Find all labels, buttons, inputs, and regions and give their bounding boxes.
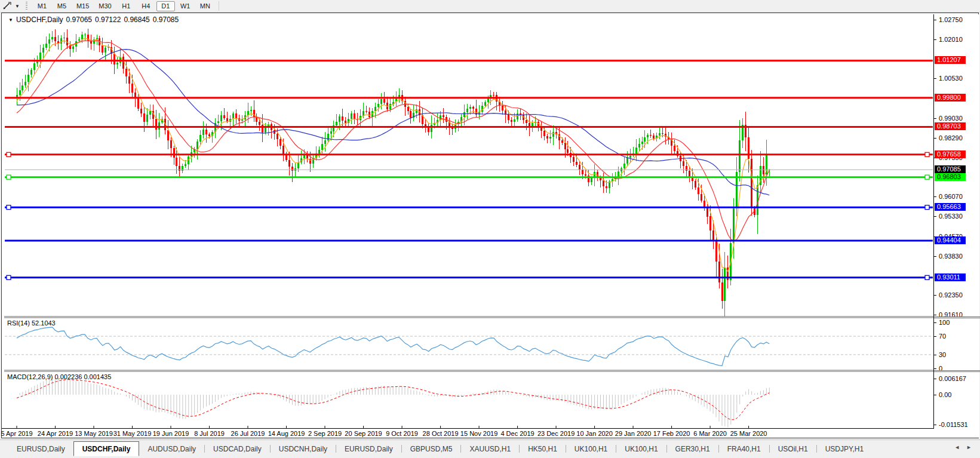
timeframe-button-h1[interactable]: H1 xyxy=(117,1,136,11)
date-axis-label: 5 Apr 2019 xyxy=(1,430,32,437)
axis-tick-mark xyxy=(934,425,936,425)
tab-hk50-h1[interactable]: HK50,H1 xyxy=(520,442,566,455)
axis-tick-mark xyxy=(934,39,936,40)
timeframe-button-h4[interactable]: H4 xyxy=(137,1,155,11)
axis-tick-mark xyxy=(934,395,936,395)
toolbar-separator xyxy=(219,1,219,11)
axis-tick-label: 0.99030 xyxy=(939,115,963,122)
date-axis-label: 13 May 2019 xyxy=(75,430,113,437)
axis-tick-label: 1.00530 xyxy=(939,75,963,82)
chart-symbol-label: USDCHF,Daily xyxy=(16,16,63,24)
price-scale[interactable]: 1.027501.020101.005300.990300.982900.975… xyxy=(933,14,979,429)
date-axis-label: 19 Jun 2019 xyxy=(153,430,189,437)
time-scale[interactable]: 5 Apr 201924 Apr 201913 May 201931 May 2… xyxy=(2,428,979,438)
date-axis-label: 29 Jan 2020 xyxy=(615,430,652,437)
chevron-down-icon: ▼ xyxy=(15,4,20,9)
level-price-flag: 0.95663 xyxy=(935,203,966,211)
rsi-label: RSI(14) 52.1043 xyxy=(7,319,56,327)
ohlc-open: 0.97065 xyxy=(66,16,92,24)
date-axis-label: 15 Nov 2019 xyxy=(460,430,497,437)
tab-fra40-h1[interactable]: FRA40,H1 xyxy=(719,442,769,455)
date-axis-label: 31 May 2019 xyxy=(113,430,152,437)
axis-tick-mark xyxy=(934,196,936,197)
axis-tick-label: 1.02010 xyxy=(939,36,963,43)
tab-usdcnh-daily[interactable]: USDCNH,Daily xyxy=(271,442,336,455)
current-price-flag: 0.97085 xyxy=(935,165,966,173)
tab-ger30-h1[interactable]: GER30,H1 xyxy=(667,442,718,455)
date-axis-label: 25 Mar 2020 xyxy=(730,430,767,437)
axis-tick-mark xyxy=(934,355,936,355)
tab-usdjpy-h1[interactable]: USDJPY,H1 xyxy=(817,442,872,455)
scroll-left-arrow-icon[interactable]: ◄ xyxy=(954,444,960,450)
date-axis-label: 6 Mar 2020 xyxy=(693,430,727,437)
rsi-value: 52.1043 xyxy=(32,319,56,327)
timeframe-button-w1[interactable]: W1 xyxy=(176,1,195,11)
level-price-flag: 0.98703 xyxy=(935,122,966,130)
date-axis-label: 4 Dec 2019 xyxy=(500,430,534,437)
axis-tick-label: 0.95330 xyxy=(939,213,963,220)
tab-uk100-h1[interactable]: UK100,H1 xyxy=(616,442,666,455)
axis-tick-mark xyxy=(934,322,936,323)
tab-xauusd-h1[interactable]: XAUUSD,H1 xyxy=(461,442,519,455)
timeframe-button-m15[interactable]: M15 xyxy=(72,1,93,11)
axis-tick-mark xyxy=(934,368,936,369)
macd-label: MACD(12,26,9) 0.002236 0.001435 xyxy=(7,373,111,380)
axis-tick-label: 100 xyxy=(939,319,950,326)
level-price-flag: 0.96803 xyxy=(935,173,966,181)
axis-tick-mark xyxy=(934,336,936,337)
axis-tick-mark xyxy=(934,20,936,20)
ohlc-high: 0.97122 xyxy=(95,16,121,24)
date-axis-label: 28 Oct 2019 xyxy=(423,430,459,437)
tab-eurusd-daily[interactable]: EURUSD,Daily xyxy=(336,442,401,455)
axis-tick-mark xyxy=(934,216,936,217)
axis-tick-mark xyxy=(934,315,936,315)
level-price-flag: 1.01207 xyxy=(935,56,966,64)
date-axis-label: 23 Dec 2019 xyxy=(537,430,575,437)
date-axis-label: 2 Sep 2019 xyxy=(308,430,342,437)
timeframe-button-m30[interactable]: M30 xyxy=(94,1,115,11)
scroll-right-arrow-icon[interactable]: ► xyxy=(966,444,972,450)
tab-usoil-h1[interactable]: USOil,H1 xyxy=(770,442,816,455)
tab-eurusd-daily[interactable]: EURUSD,Daily xyxy=(8,442,73,455)
axis-tick-mark xyxy=(934,256,936,257)
axis-tick-label: 0.93830 xyxy=(939,253,963,260)
timeframe-button-d1[interactable]: D1 xyxy=(156,1,175,11)
level-price-flag: 0.93011 xyxy=(935,273,966,281)
timeframe-button-m5[interactable]: M5 xyxy=(53,1,71,11)
chart-canvas[interactable] xyxy=(4,14,933,429)
collapse-triangle-icon[interactable]: ▼ xyxy=(8,17,13,23)
pane-separator[interactable] xyxy=(934,318,980,318)
timeframe-button-mn[interactable]: MN xyxy=(196,1,214,11)
date-axis-label: 24 Apr 2019 xyxy=(38,430,73,437)
axis-tick-label: 0.98290 xyxy=(939,134,963,142)
tab-audusd-daily[interactable]: AUDUSD,Daily xyxy=(139,442,204,455)
tab-usdcad-daily[interactable]: USDCAD,Daily xyxy=(205,442,270,455)
date-axis-label: 9 Oct 2019 xyxy=(386,430,418,437)
pane-separator[interactable] xyxy=(934,371,980,372)
toolbar-grip[interactable] xyxy=(26,2,27,10)
date-axis-label: 26 Jul 2019 xyxy=(231,430,265,437)
axis-tick-mark xyxy=(934,379,936,379)
axis-tick-label: 0.006167 xyxy=(939,375,966,382)
level-price-flag: 0.94404 xyxy=(935,236,966,244)
date-axis-label: 8 Jul 2019 xyxy=(194,430,225,437)
axis-tick-mark xyxy=(934,118,936,119)
timeframe-button-m1[interactable]: M1 xyxy=(33,1,51,11)
ohlc-close: 0.97085 xyxy=(153,16,179,24)
macd-signal-value: 0.001435 xyxy=(84,373,111,380)
draw-tool-button[interactable]: ▼ xyxy=(0,2,22,10)
axis-tick-mark xyxy=(934,138,936,139)
axis-tick-label: 0.92350 xyxy=(939,291,963,299)
tab-gbpusd-m5[interactable]: GBPUSD,M5 xyxy=(402,442,461,455)
ohlc-low: 0.96845 xyxy=(124,16,149,24)
axis-tick-label: 0.96070 xyxy=(939,193,963,200)
tab-uk100-h1[interactable]: UK100,H1 xyxy=(566,442,616,455)
pane-separator[interactable] xyxy=(934,316,980,317)
tab-scroll-nav: ◄ ► xyxy=(954,444,972,450)
date-axis-label: 14 Aug 2019 xyxy=(268,430,305,437)
crosshair-draw-tool-icon xyxy=(2,2,13,10)
pane-separator[interactable] xyxy=(934,370,980,371)
level-price-flag: 0.99800 xyxy=(935,94,966,102)
timeframe-buttons: M1M5M15M30H1H4D1W1MN xyxy=(32,1,215,11)
tab-usdchf-daily[interactable]: USDCHF,Daily xyxy=(73,441,140,456)
